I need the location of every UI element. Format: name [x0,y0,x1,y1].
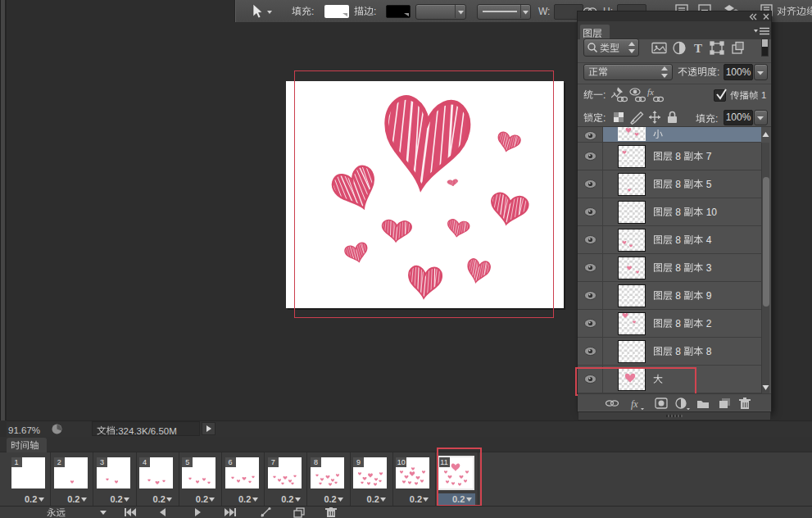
svg-text::324.3K/6.50M: :324.3K/6.50M [116,426,177,436]
svg-text::: : [374,6,376,17]
svg-text::: : [603,89,606,101]
svg-text::: : [603,112,606,124]
svg-text:T: T [694,42,702,55]
svg-text::: : [311,6,314,17]
svg-text:fx: fx [647,87,654,97]
svg-text::: : [717,66,719,78]
svg-text:fx: fx [631,398,638,410]
